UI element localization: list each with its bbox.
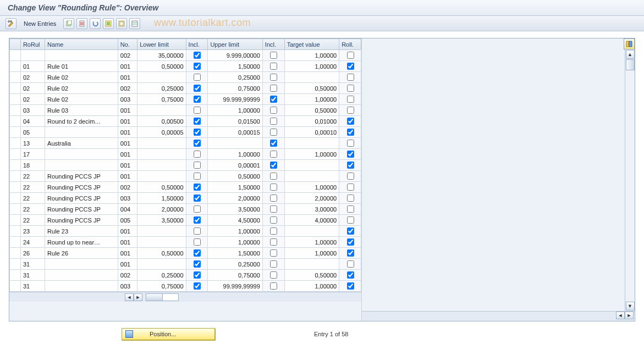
row-selector[interactable] xyxy=(10,105,21,116)
no-input[interactable] xyxy=(118,105,137,115)
name-input[interactable] xyxy=(45,127,118,137)
roll-checkbox[interactable] xyxy=(347,85,354,92)
incl-upper-checkbox[interactable] xyxy=(270,74,277,81)
hscroll-left-button-2[interactable]: ◄ xyxy=(616,312,625,319)
select-all-button[interactable] xyxy=(103,18,114,29)
name-input[interactable] xyxy=(45,248,118,258)
name-input[interactable] xyxy=(45,215,118,225)
upper-limit-input[interactable] xyxy=(208,116,262,126)
lower-limit-input[interactable] xyxy=(137,204,185,214)
col-target[interactable]: Target value xyxy=(284,39,339,50)
incl-upper-checkbox[interactable] xyxy=(270,238,277,246)
upper-limit-input[interactable] xyxy=(208,259,262,269)
vscroll-up-button[interactable]: ▲ xyxy=(626,50,635,59)
row-selector[interactable] xyxy=(10,226,21,237)
incl-upper-checkbox[interactable] xyxy=(270,282,277,290)
vscroll-track[interactable] xyxy=(626,59,635,301)
hscroll-track[interactable] xyxy=(146,293,179,301)
roll-checkbox[interactable] xyxy=(347,118,354,125)
target-value-input[interactable] xyxy=(285,281,339,291)
incl-lower-checkbox[interactable] xyxy=(194,216,201,224)
name-input[interactable] xyxy=(45,83,118,93)
lower-limit-input[interactable] xyxy=(137,171,185,181)
target-value-input[interactable] xyxy=(285,149,339,159)
upper-limit-input[interactable] xyxy=(208,83,262,93)
upper-limit-input[interactable] xyxy=(208,72,262,82)
roll-checkbox[interactable] xyxy=(347,271,354,279)
target-value-input[interactable] xyxy=(285,72,339,82)
upper-limit-input[interactable] xyxy=(208,204,262,214)
col-name[interactable]: Name xyxy=(45,39,118,50)
lower-limit-input[interactable] xyxy=(137,116,185,126)
no-input[interactable] xyxy=(118,193,137,203)
print-button[interactable] xyxy=(129,18,140,29)
hscroll-right-button-2[interactable]: ► xyxy=(625,312,634,319)
incl-lower-checkbox[interactable] xyxy=(194,107,201,114)
upper-limit-input[interactable] xyxy=(208,193,262,203)
rorul-input[interactable] xyxy=(21,193,45,203)
incl-upper-checkbox[interactable] xyxy=(270,216,277,224)
no-input[interactable] xyxy=(118,270,137,280)
no-input[interactable] xyxy=(118,226,137,236)
incl-upper-checkbox[interactable] xyxy=(270,140,277,147)
lower-limit-input[interactable] xyxy=(137,83,185,93)
incl-upper-checkbox[interactable] xyxy=(270,184,277,191)
lower-limit-input[interactable] xyxy=(137,248,185,258)
rorul-input[interactable] xyxy=(21,281,45,291)
incl-lower-checkbox[interactable] xyxy=(194,85,201,92)
no-input[interactable] xyxy=(118,61,137,71)
name-input[interactable] xyxy=(45,138,118,148)
lower-limit-input[interactable] xyxy=(137,127,185,137)
rorul-input[interactable] xyxy=(21,270,45,280)
col-roll[interactable]: Roll. xyxy=(339,39,361,50)
row-selector[interactable] xyxy=(10,94,21,105)
incl-upper-checkbox[interactable] xyxy=(270,260,277,268)
name-input[interactable] xyxy=(45,226,118,236)
lower-limit-input[interactable] xyxy=(137,182,185,192)
delete-button[interactable] xyxy=(76,18,87,29)
upper-limit-input[interactable] xyxy=(208,50,262,60)
target-value-input[interactable] xyxy=(285,50,339,60)
roll-checkbox[interactable] xyxy=(347,216,354,224)
upper-limit-input[interactable] xyxy=(208,248,262,258)
roll-checkbox[interactable] xyxy=(347,184,354,191)
name-input[interactable] xyxy=(45,182,118,192)
lower-limit-input[interactable] xyxy=(137,215,185,225)
upper-limit-input[interactable] xyxy=(208,127,262,137)
toggle-display-change-button[interactable] xyxy=(5,18,16,29)
row-selector[interactable] xyxy=(10,138,21,149)
name-input[interactable] xyxy=(45,50,118,60)
incl-lower-checkbox[interactable] xyxy=(194,195,201,202)
row-selector[interactable] xyxy=(10,171,21,182)
rorul-input[interactable] xyxy=(21,248,45,258)
incl-lower-checkbox[interactable] xyxy=(194,238,201,246)
target-value-input[interactable] xyxy=(285,193,339,203)
roll-checkbox[interactable] xyxy=(347,249,354,257)
no-input[interactable] xyxy=(118,215,137,225)
roll-checkbox[interactable] xyxy=(347,151,354,158)
name-input[interactable] xyxy=(45,204,118,214)
row-selector[interactable] xyxy=(10,204,21,215)
incl-upper-checkbox[interactable] xyxy=(270,96,277,103)
row-selector[interactable] xyxy=(10,248,21,259)
incl-upper-checkbox[interactable] xyxy=(270,249,277,257)
upper-limit-input[interactable] xyxy=(208,226,262,236)
name-input[interactable] xyxy=(45,281,118,291)
target-value-input[interactable] xyxy=(285,259,339,269)
incl-lower-checkbox[interactable] xyxy=(194,184,201,191)
incl-lower-checkbox[interactable] xyxy=(194,249,201,257)
lower-limit-input[interactable] xyxy=(137,270,185,280)
roll-checkbox[interactable] xyxy=(347,195,354,202)
target-value-input[interactable] xyxy=(285,215,339,225)
no-input[interactable] xyxy=(118,204,137,214)
lower-limit-input[interactable] xyxy=(137,61,185,71)
incl-upper-checkbox[interactable] xyxy=(270,195,277,202)
upper-limit-input[interactable] xyxy=(208,105,262,115)
incl-upper-checkbox[interactable] xyxy=(270,52,277,59)
row-selector[interactable] xyxy=(10,72,21,83)
rorul-input[interactable] xyxy=(21,149,45,159)
lower-limit-input[interactable] xyxy=(137,72,185,82)
hscroll-right-button[interactable]: ► xyxy=(134,293,142,301)
incl-lower-checkbox[interactable] xyxy=(194,162,201,169)
rorul-input[interactable] xyxy=(21,94,45,104)
